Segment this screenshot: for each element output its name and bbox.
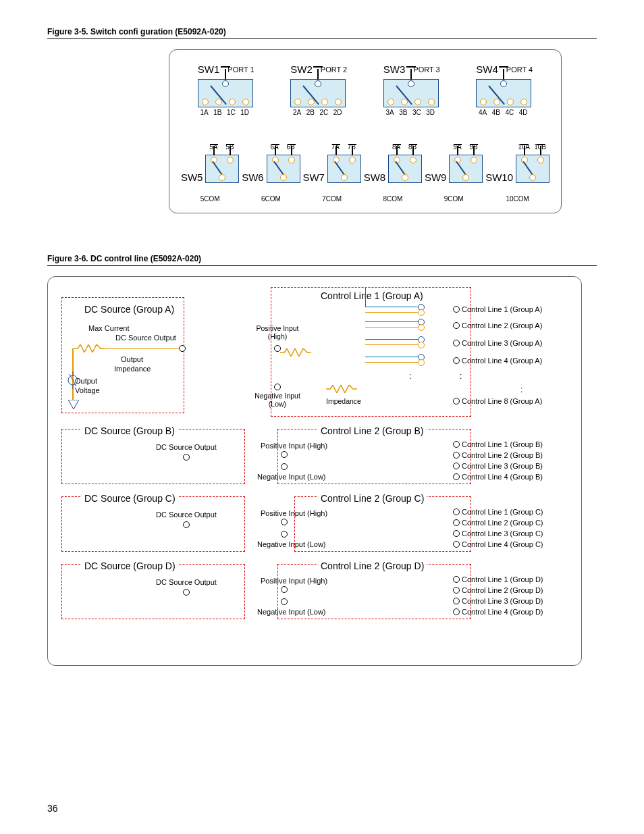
switch-sw9: SW9 9A9B 9COM xyxy=(425,143,483,203)
group-c-cl-header: Control Line 2 (Group C) xyxy=(318,493,427,504)
impedance-label-2: Impedance xyxy=(326,397,361,405)
control-line-c3: Control Line 3 (Group C) xyxy=(462,529,543,538)
pos-input-high-a: Positive Input(High) xyxy=(250,324,304,340)
group-d-dc-box xyxy=(61,564,245,619)
terminal-icon xyxy=(453,463,460,469)
terminal-icon xyxy=(453,441,460,448)
top-switch-row: SW1 PORT 1 1A 1B 1C 1D SW2 PORT 2 xyxy=(180,63,551,116)
terminal-icon xyxy=(453,452,460,459)
figure-3-6-frame: DC Source (Group A) Control Line 1 (Grou… xyxy=(47,276,582,666)
control-line-b1: Control Line 1 (Group B) xyxy=(462,440,543,448)
port-label: PORT 1 xyxy=(227,66,254,74)
neg-input-low-d: Negative Input (Low) xyxy=(257,608,326,616)
out-1b: 1B xyxy=(213,109,221,116)
sw-label: SW3 xyxy=(383,63,406,75)
group-c-dc-box xyxy=(61,496,245,552)
switch-sw10: SW10 10A10B 10COM xyxy=(485,143,549,203)
resistor-icon xyxy=(280,348,311,359)
pos-input-high-b: Positive Input (High) xyxy=(261,442,327,450)
port-label: PORT 4 xyxy=(506,66,533,74)
neg-terminal-d xyxy=(281,598,288,605)
dc-output-terminal-b xyxy=(183,454,190,461)
neg-input-low-b: Negative Input (Low) xyxy=(257,473,326,481)
impedance-label: Impedance xyxy=(114,365,151,373)
dc-output-terminal-d xyxy=(183,589,190,596)
terminal-icon xyxy=(453,398,460,405)
max-current-label: Max Current xyxy=(88,324,130,332)
port-label: PORT 2 xyxy=(321,66,347,74)
control-line-b2: Control Line 2 (Group B) xyxy=(462,451,543,459)
ground-icon xyxy=(68,400,79,411)
control-line-d1: Control Line 1 (Group D) xyxy=(462,575,543,583)
switch-sw8: SW8 8A8B 8COM xyxy=(364,143,423,203)
group-a-cl-header: Control Line 1 (Group A) xyxy=(318,290,426,301)
pos-terminal-c xyxy=(281,519,288,525)
sw-label: SW4 xyxy=(476,63,498,75)
terminal-icon xyxy=(453,306,460,313)
group-b-dc-box xyxy=(61,429,245,484)
control-line-a8: Control Line 8 (Group A) xyxy=(462,397,542,405)
terminal-icon xyxy=(453,340,460,346)
dc-source-output-c: DC Source Output xyxy=(156,511,217,519)
out-1d: 1D xyxy=(240,109,249,116)
pos-input-high-d: Positive Input (High) xyxy=(261,577,327,585)
switch-sw3: SW3 PORT 3 3A 3B 3C 3D xyxy=(383,63,440,116)
out-1a: 1A xyxy=(200,109,209,116)
terminal-icon xyxy=(453,530,460,537)
sw-label: SW1 xyxy=(198,63,220,75)
terminal-icon xyxy=(453,541,460,548)
switch-sw5: SW5 5A5B 5COM xyxy=(181,143,240,203)
resistor-icon xyxy=(74,344,105,355)
switch-sw2: SW2 PORT 2 2A 2B 2C 2D xyxy=(290,63,347,116)
dc-source-output-a: DC Source Output xyxy=(115,334,176,342)
neg-input-terminal-a xyxy=(274,384,281,390)
bottom-switch-row: SW5 5A5B 5COM SW6 6A6B xyxy=(180,143,551,203)
neg-terminal-c xyxy=(281,531,288,538)
dc-source-output-b: DC Source Output xyxy=(156,443,217,451)
group-b-cl-header: Control Line 2 (Group B) xyxy=(318,425,427,436)
control-line-a2: Control Line 2 (Group A) xyxy=(462,321,542,330)
control-line-b3: Control Line 3 (Group B) xyxy=(462,462,543,470)
neg-input-low-a: Negative Input(Low) xyxy=(250,392,304,408)
terminal-icon xyxy=(453,357,460,364)
figure-3-6-title: Figure 3-6. DC control line (E5092A-020) xyxy=(47,254,597,266)
terminal-icon xyxy=(453,473,460,480)
group-a-dc-header: DC Source (Group A) xyxy=(82,304,177,315)
out-1c: 1C xyxy=(227,109,236,116)
figure-3-5-title: Figure 3-5. Switch confi guration (E5092… xyxy=(47,27,597,39)
terminal-icon xyxy=(453,576,460,583)
switch-sw4: SW4 PORT 4 4A 4B 4C 4D xyxy=(476,63,533,116)
control-line-d4: Control Line 4 (Group D) xyxy=(462,608,543,616)
control-line-d3: Control Line 3 (Group D) xyxy=(462,597,543,605)
control-line-c2: Control Line 2 (Group C) xyxy=(462,519,543,527)
control-line-c1: Control Line 1 (Group C) xyxy=(462,508,543,516)
control-line-b4: Control Line 4 (Group B) xyxy=(462,473,543,481)
pos-terminal-d xyxy=(281,586,288,593)
terminal-icon xyxy=(453,598,460,604)
svg-marker-4 xyxy=(68,400,79,409)
switch-sw6: SW6 6A6B 6COM xyxy=(242,143,300,203)
figure-3-5-frame: SW1 PORT 1 1A 1B 1C 1D SW2 PORT 2 xyxy=(169,49,562,213)
control-line-a3: Control Line 3 (Group A) xyxy=(462,339,542,347)
sw-label: SW2 xyxy=(290,63,313,75)
switch-sw1: SW1 PORT 1 1A 1B 1C 1D xyxy=(198,63,254,116)
terminal-icon xyxy=(453,519,460,526)
control-line-c4: Control Line 4 (Group C) xyxy=(462,540,543,548)
control-line-a1: Control Line 1 (Group A) xyxy=(462,305,542,313)
group-d-cl-header: Control Line 2 (Group D) xyxy=(318,561,427,571)
group-d-dc-header: DC Source (Group D) xyxy=(82,561,178,571)
terminal-icon xyxy=(453,322,460,329)
dc-source-output-d: DC Source Output xyxy=(156,578,217,586)
port-label: PORT 3 xyxy=(413,66,439,74)
pos-terminal-b xyxy=(281,451,288,458)
pos-input-high-c: Positive Input (High) xyxy=(261,509,327,517)
control-line-d2: Control Line 2 (Group D) xyxy=(462,586,543,594)
dc-output-terminal-c xyxy=(183,521,190,528)
group-c-dc-header: DC Source (Group C) xyxy=(82,493,178,504)
terminal-icon xyxy=(453,587,460,594)
switch-sw7: SW7 7A7B 7COM xyxy=(302,143,361,203)
neg-input-low-c: Negative Input (Low) xyxy=(257,540,326,548)
control-line-a4: Control Line 4 (Group A) xyxy=(462,357,542,365)
terminal-icon xyxy=(453,608,460,615)
dc-output-terminal-a xyxy=(179,345,186,352)
